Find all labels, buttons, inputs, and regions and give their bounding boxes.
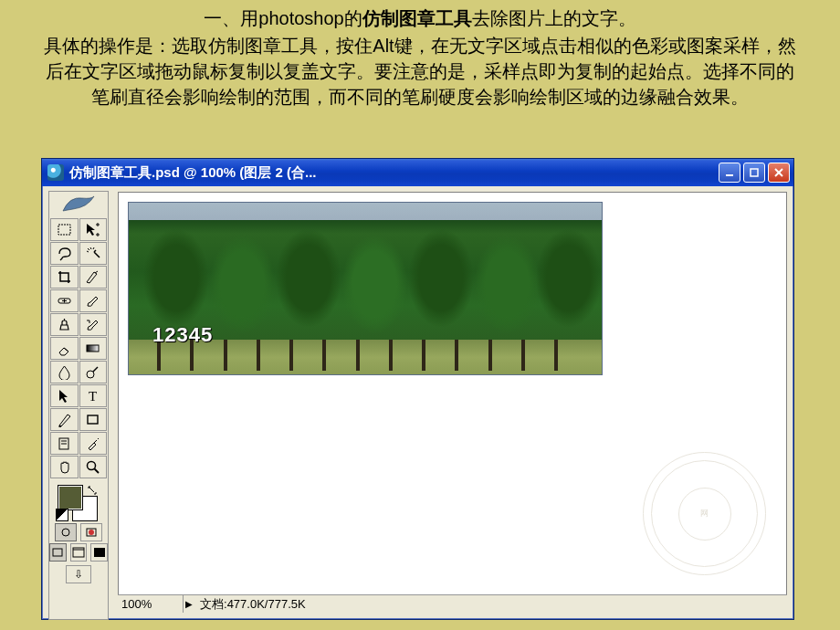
maximize-button[interactable] xyxy=(743,163,765,183)
screen-fullmenu-button[interactable] xyxy=(70,543,88,562)
svg-text:T: T xyxy=(89,389,97,404)
default-colors-icon[interactable] xyxy=(56,509,68,521)
swap-colors-icon[interactable] xyxy=(87,483,98,494)
close-button[interactable] xyxy=(768,163,790,183)
document-area[interactable]: 12345 网 xyxy=(118,192,787,613)
tool-hand[interactable] xyxy=(50,456,79,478)
heading-suffix: 去除图片上的文字。 xyxy=(472,8,636,28)
image-canvas[interactable]: 12345 xyxy=(128,202,603,375)
svg-rect-1 xyxy=(751,169,758,176)
svg-rect-9 xyxy=(87,345,99,352)
tool-gradient[interactable] xyxy=(79,337,108,360)
tool-type[interactable]: T xyxy=(79,384,108,407)
screen-full-button[interactable] xyxy=(90,543,108,562)
watermark-stamp: 网 xyxy=(643,452,766,575)
toolbox-panel: T ⇩ xyxy=(48,191,109,620)
article-text: 一、用photoshop的仿制图章工具去除图片上的文字。 具体的操作是：选取仿制… xyxy=(0,0,840,110)
watermark-center: 网 xyxy=(678,488,731,541)
svg-point-21 xyxy=(89,530,94,535)
article-body: 具体的操作是：选取仿制图章工具，按住Alt键，在无文字区域点击相似的色彩或图案采… xyxy=(38,33,802,110)
window-titlebar[interactable]: 仿制图章工具.psd @ 100% (图层 2 (合... xyxy=(42,159,793,186)
tool-clone-stamp[interactable] xyxy=(50,313,79,336)
doc-value: 477.0K/777.5K xyxy=(227,597,306,611)
tool-dodge[interactable] xyxy=(79,361,108,383)
standard-mode-button[interactable] xyxy=(55,523,77,541)
tool-marquee-rect[interactable] xyxy=(50,218,79,241)
tool-eyedropper[interactable] xyxy=(79,432,108,455)
svg-rect-13 xyxy=(88,415,98,424)
svg-line-8 xyxy=(64,348,68,352)
tool-lasso[interactable] xyxy=(50,242,79,265)
tool-eraser[interactable] xyxy=(50,337,79,360)
tool-magic-wand[interactable] xyxy=(79,242,108,265)
svg-line-11 xyxy=(93,367,98,372)
mask-mode-row xyxy=(49,523,108,541)
status-triangle-icon[interactable]: ▶ xyxy=(184,599,194,609)
status-bar: 100% ▶ 文档:477.0K/777.5K xyxy=(118,594,787,613)
doc-size-info: 文档:477.0K/777.5K xyxy=(194,596,306,613)
app-icon xyxy=(47,164,64,181)
zoom-level[interactable]: 100% xyxy=(118,595,184,613)
quickmask-mode-button[interactable] xyxy=(80,523,102,541)
tool-healing[interactable] xyxy=(50,289,79,312)
foreground-color-swatch[interactable] xyxy=(58,485,83,510)
svg-rect-4 xyxy=(58,225,70,235)
svg-line-18 xyxy=(95,469,100,474)
svg-point-10 xyxy=(87,371,94,378)
tool-crop[interactable] xyxy=(50,266,79,289)
svg-point-19 xyxy=(62,529,69,536)
tool-zoom[interactable] xyxy=(79,456,108,478)
heading-bold: 仿制图章工具 xyxy=(362,8,472,28)
tool-brush[interactable] xyxy=(79,289,108,312)
tool-shape[interactable] xyxy=(79,408,108,431)
heading-prefix: 一、用photoshop的 xyxy=(204,8,362,28)
window-title: 仿制图章工具.psd @ 100% (图层 2 (合... xyxy=(69,164,317,182)
tool-notes[interactable] xyxy=(50,432,79,455)
svg-rect-25 xyxy=(94,548,105,557)
tool-history-brush[interactable] xyxy=(79,313,108,336)
svg-point-17 xyxy=(88,462,96,470)
tool-pen[interactable] xyxy=(50,408,79,431)
color-swatches[interactable] xyxy=(56,483,101,520)
photoshop-logo-icon xyxy=(49,192,108,217)
image-overlay-text: 12345 xyxy=(152,323,213,347)
screen-standard-button[interactable] xyxy=(49,543,67,562)
jump-to-button[interactable]: ⇩ xyxy=(66,565,91,583)
svg-rect-22 xyxy=(53,549,62,556)
doc-label: 文档: xyxy=(200,597,227,611)
screen-mode-row xyxy=(49,543,108,562)
tool-path-select[interactable] xyxy=(50,384,79,407)
tool-slice[interactable] xyxy=(79,266,108,289)
minimize-button[interactable] xyxy=(719,163,740,183)
tool-blur[interactable] xyxy=(50,361,79,383)
tool-move[interactable] xyxy=(79,218,108,241)
article-heading: 一、用photoshop的仿制图章工具去除图片上的文字。 xyxy=(38,5,802,31)
photoshop-window: 仿制图章工具.psd @ 100% (图层 2 (合... T xyxy=(41,158,794,620)
